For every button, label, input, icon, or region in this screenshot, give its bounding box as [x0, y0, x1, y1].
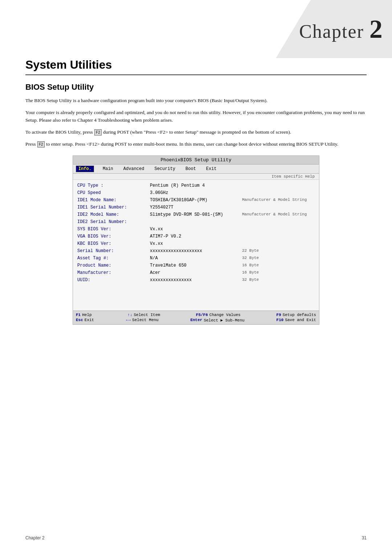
bios-label-product: Product Name: — [77, 263, 150, 268]
table-row: UUID: xxxxxxxxxxxxxxxx 32 Byte — [77, 276, 315, 284]
bios-value-uuid: xxxxxxxxxxxxxxxx — [150, 278, 242, 283]
title-divider — [25, 74, 367, 75]
f1-desc: Help — [82, 313, 91, 317]
bios-value-cpu-speed: 3.06GHz — [150, 190, 242, 195]
bios-menu-item-security[interactable]: Security — [153, 166, 177, 172]
bios-value-product: TravelMate 650 — [150, 263, 242, 268]
bios-label-cpu-speed: CPU Speed — [77, 190, 150, 195]
bios-help-text: Item specific Help — [73, 174, 319, 180]
bios-label-asset: Asset Tag #: — [77, 256, 150, 261]
bios-title-bar: PhoenixBIOS Setup Utility — [73, 156, 319, 165]
f5f6-key: F5/F6 — [196, 313, 208, 317]
bios-label-manufacturer: Manufacturer: — [77, 270, 150, 275]
bios-hint-product: 16 Byte — [242, 263, 315, 268]
section-heading: BIOS Setup Utility — [25, 82, 367, 92]
bios-footer-f5f6: F5/F6 Change Values — [196, 313, 241, 317]
f2-key-icon-2: F2 — [37, 141, 45, 148]
body-paragraph-2: Your computer is already properly config… — [25, 109, 367, 124]
chapter-label: Chapter 2 — [285, 14, 383, 44]
table-row: IDE1 Mode Name: TOSHIBA/IK3018GAP-(PM) M… — [77, 197, 315, 204]
bios-label-serial: Serial Number: — [77, 248, 150, 254]
body-paragraph-1: The BIOS Setup Utility is a hardware con… — [25, 97, 367, 105]
table-row: CPU Speed 3.06GHz — [77, 189, 315, 197]
esc-key: Esc — [76, 318, 83, 322]
chapter-word: Chapter — [299, 21, 364, 42]
f9-desc: Setup defaults — [283, 313, 316, 317]
bios-label-cpu-type: CPU Type : — [77, 183, 150, 188]
leftright-desc: Select Menu — [132, 318, 159, 322]
bios-screenshot: PhoenixBIOS Setup Utility Info. Main Adv… — [73, 155, 319, 325]
bios-content: CPU Type : Pentium (R) Pentium 4 CPU Spe… — [73, 180, 319, 311]
bios-footer-updown: ↑↓ Select Item — [127, 313, 160, 317]
leftright-key: ←→ — [126, 318, 131, 322]
bios-label-vga-bios: VGA BIOS Ver: — [77, 234, 150, 239]
bios-value-cpu-type: Pentium (R) Pentium 4 — [150, 183, 242, 188]
bios-label-sys-bios: SYS BIOS Ver: — [77, 227, 150, 232]
updown-key: ↑↓ — [127, 313, 132, 317]
bios-menu-item-main[interactable]: Main — [101, 166, 115, 172]
bios-hint-ide2-serial — [242, 219, 315, 224]
table-row: Product Name: TravelMate 650 16 Byte — [77, 262, 315, 269]
bios-value-serial: xxxxxxxxxxxxxxxxxxxx — [150, 248, 242, 254]
bios-menu-item-advanced[interactable]: Advanced — [122, 166, 146, 172]
bios-label-ide1-serial: IDE1 Serial Number: — [77, 205, 150, 210]
table-row: Asset Tag #: N/A 32 Byte — [77, 255, 315, 262]
bios-value-manufacturer: Acer — [150, 270, 242, 275]
f5f6-desc: Change Values — [209, 313, 241, 317]
bios-footer-f9: F9 Setup defaults — [276, 313, 316, 317]
bios-menu-item-boot[interactable]: Boot — [184, 166, 197, 172]
table-row: Serial Number: xxxxxxxxxxxxxxxxxxxx 22 B… — [77, 247, 315, 255]
body-paragraph-3: To activate the BIOS Utility, press F2 d… — [25, 129, 367, 136]
f10-desc: Save and Exit — [285, 318, 316, 322]
bios-label-ide1-model: IDE1 Mode Name: — [77, 198, 150, 203]
bios-value-ide2-model: Slimtype DVD-ROM SD-081-(SM) — [150, 212, 242, 217]
bios-hint-ide1-model: Manufacturer & Model String — [242, 198, 315, 203]
page-footer: Chapter 2 31 — [0, 535, 392, 540]
bios-hint-sys-bios — [242, 227, 315, 232]
bios-value-kbc-bios: Vx.xx — [150, 241, 242, 246]
bios-value-asset: N/A — [150, 256, 242, 261]
bios-menu-item-info[interactable]: Info. — [76, 166, 94, 172]
bios-menu-bar: Info. Main Advanced Security Boot Exit — [73, 165, 319, 174]
bios-label-uuid: UUID: — [77, 278, 150, 283]
bios-hint-asset: 32 Byte — [242, 256, 315, 261]
bios-menu-item-exit[interactable]: Exit — [205, 166, 218, 172]
chapter-header: Chapter 2 — [276, 0, 392, 58]
bios-footer-row-1: F1 Help ↑↓ Select Item F5/F6 Change Valu… — [76, 312, 316, 317]
bios-value-ide1-serial: Y2554027T — [150, 205, 242, 210]
bios-footer-row-2: Esc Exit ←→ Select Menu Enter Select ▶ S… — [76, 317, 316, 323]
bios-value-sys-bios: Vx.xx — [150, 227, 242, 232]
bios-hint-ide1-serial — [242, 205, 315, 210]
bios-hint-vga-bios — [242, 234, 315, 239]
bios-hint-uuid: 32 Byte — [242, 278, 315, 283]
bios-hint-manufacturer: 16 Byte — [242, 270, 315, 275]
f2-key-icon: F2 — [94, 129, 102, 136]
bios-hint-serial: 22 Byte — [242, 248, 315, 254]
bios-value-ide2-serial — [150, 219, 242, 224]
body-paragraph-4: Press F2 to enter setup. Press <F12> dur… — [25, 141, 367, 148]
bios-footer-leftright: ←→ Select Menu — [126, 318, 159, 322]
enter-desc: Select ▶ Sub-Menu — [204, 318, 244, 323]
bios-value-ide1-model: TOSHIBA/IK3018GAP-(PM) — [150, 198, 242, 203]
f1-key: F1 — [76, 313, 81, 317]
table-row: SYS BIOS Ver: Vx.xx — [77, 226, 315, 233]
page-title: System Utilities — [25, 58, 367, 72]
bios-value-vga-bios: ATIM7-P V0.2 — [150, 234, 242, 239]
bios-footer-esc: Esc Exit — [76, 318, 94, 322]
bios-footer-enter: Enter Select ▶ Sub-Menu — [190, 318, 244, 323]
table-row: IDE2 Model Name: Slimtype DVD-ROM SD-081… — [77, 211, 315, 218]
bios-footer-f10: F10 Save and Exit — [276, 318, 316, 322]
footer-left: Chapter 2 — [25, 535, 45, 540]
esc-desc: Exit — [85, 318, 94, 322]
bios-hint-cpu-type — [242, 183, 315, 188]
f10-key: F10 — [276, 318, 283, 322]
table-row: Manufacturer: Acer 16 Byte — [77, 269, 315, 276]
bios-footer-f1: F1 Help — [76, 313, 92, 317]
bios-label-ide2-serial: IDE2 Serial Number: — [77, 219, 150, 224]
main-content: System Utilities BIOS Setup Utility The … — [0, 36, 392, 354]
table-row: IDE2 Serial Number: — [77, 218, 315, 226]
bios-label-kbc-bios: KBC BIOS Ver: — [77, 241, 150, 246]
enter-key: Enter — [190, 318, 202, 322]
bios-hint-ide2-model: Manufacturer & Model String — [242, 212, 315, 217]
table-row: IDE1 Serial Number: Y2554027T — [77, 204, 315, 211]
